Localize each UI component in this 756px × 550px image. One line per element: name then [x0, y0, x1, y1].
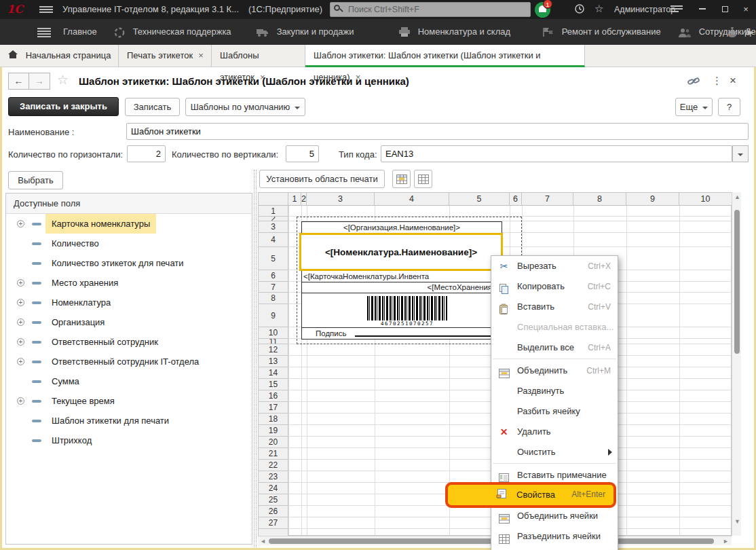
set-print-area-button[interactable]: Установить область печати — [259, 170, 385, 188]
grid-corner-cell[interactable] — [259, 193, 288, 206]
row-header[interactable]: 2 — [259, 217, 288, 221]
row-header[interactable]: 4 — [259, 233, 288, 247]
row-header[interactable]: 17 — [259, 402, 288, 414]
vertical-scrollbar[interactable]: ▲ ▼ — [732, 192, 741, 536]
main-menu-icon[interactable] — [39, 5, 53, 14]
field-item-storage[interactable]: Место хранения — [6, 273, 252, 293]
minimize-button[interactable] — [692, 0, 713, 19]
row-header[interactable]: 9 — [259, 304, 288, 327]
field-item-barcode[interactable]: Штрихкод — [6, 430, 252, 450]
menu-overflow-icon[interactable]: ▶ — [748, 28, 753, 37]
field-item-current-time[interactable]: Текущее время — [6, 391, 252, 411]
column-header[interactable]: 7 — [522, 193, 573, 206]
row-header[interactable]: 24 — [259, 483, 288, 494]
scroll-left-icon[interactable]: ◄ — [260, 538, 266, 545]
save-button[interactable]: Записать — [125, 98, 180, 116]
menu-repair[interactable]: Ремонт и обслуживание — [543, 19, 661, 45]
code-type-dropdown-button[interactable] — [732, 145, 749, 162]
merge-area-button[interactable] — [392, 170, 411, 188]
column-header[interactable]: 1 — [288, 193, 301, 206]
row-header[interactable]: 23 — [259, 471, 288, 483]
tab-label-template-active[interactable]: Шаблон этикетки: Шаблон этикетки (Шаблон… — [305, 45, 585, 67]
menu-main[interactable]: Главное — [63, 19, 97, 45]
service-menu-icon[interactable] — [670, 5, 683, 14]
table-grid-button[interactable] — [414, 170, 432, 188]
column-header[interactable]: 3 — [307, 193, 375, 206]
close-tab-icon[interactable]: × — [198, 50, 204, 60]
template-cell-inventory[interactable]: <[КарточкаНоменклатуры.Инвента — [301, 270, 502, 282]
column-header[interactable]: 4 — [375, 193, 449, 206]
field-item-qty[interactable]: Количество — [6, 234, 252, 253]
column-header[interactable]: 2 — [301, 193, 307, 206]
template-cell-signature[interactable]: Подпись — [301, 327, 502, 340]
field-item-sum[interactable]: Сумма — [6, 371, 252, 391]
row-header[interactable]: 19 — [259, 425, 288, 437]
expand-icon[interactable] — [17, 279, 24, 287]
ctx-paste[interactable]: ВставитьCtrl+V — [491, 297, 618, 317]
field-item-template-print[interactable]: Шаблон этикетки для печати — [6, 411, 252, 430]
notifications-button[interactable]: 1 — [535, 1, 554, 18]
favorites-star-icon[interactable]: ☆ — [594, 3, 603, 15]
code-type-input[interactable]: EAN13 — [381, 145, 732, 162]
column-header[interactable]: 8 — [573, 193, 626, 206]
row-header[interactable]: 1 — [259, 206, 288, 217]
menu-support[interactable]: Техническая поддержка — [114, 19, 231, 45]
field-item-card[interactable]: Карточка номенклатуры — [6, 214, 252, 234]
expand-icon[interactable] — [17, 338, 24, 346]
save-close-button[interactable]: Записать и закрыть — [8, 97, 119, 116]
vertical-scroll-thumb[interactable] — [734, 210, 740, 354]
nav-forward-button[interactable]: → — [29, 73, 50, 90]
row-header[interactable]: 3 — [259, 221, 288, 233]
tab-print-labels[interactable]: Печать этикеток× — [119, 45, 212, 67]
name-input[interactable]: Шаблон этикетки — [126, 123, 749, 140]
field-item-responsible-it[interactable]: Ответственный сотрудник IT-отдела — [6, 352, 252, 371]
ctx-delete[interactable]: ✕ Удалить — [491, 422, 618, 442]
row-header[interactable]: 25 — [259, 494, 288, 506]
ctx-copy[interactable]: КопироватьCtrl+C — [491, 276, 618, 297]
more-button[interactable]: Еще — [675, 98, 713, 116]
get-link-icon[interactable] — [687, 77, 700, 89]
field-item-responsible[interactable]: Ответственный сотрудник — [6, 332, 252, 352]
template-cell-location[interactable]: <[МестоХранения]> — [301, 282, 502, 293]
maximize-button[interactable] — [715, 0, 735, 19]
row-header[interactable]: 22 — [259, 460, 288, 471]
ctx-expand[interactable]: Раздвинуть — [491, 381, 618, 401]
ctx-split-cell[interactable]: Разбить ячейку — [491, 401, 618, 422]
menu-nomenclature[interactable]: Номенклатура и склад — [399, 19, 510, 45]
panel-splitter[interactable] — [254, 170, 257, 547]
row-header[interactable]: 7 — [259, 282, 288, 293]
row-header[interactable]: 11 — [259, 339, 288, 344]
row-header[interactable]: 20 — [259, 437, 288, 448]
column-header[interactable]: 10 — [679, 193, 732, 206]
row-header[interactable]: 5 — [259, 247, 288, 270]
ctx-cut[interactable]: ✂ ВырезатьCtrl+X — [491, 256, 618, 276]
select-field-button[interactable]: Выбрать — [8, 171, 63, 189]
ctx-select-all[interactable]: Выделить всеCtrl+A — [491, 337, 618, 358]
qty-vertical-input[interactable]: 5 — [286, 145, 319, 162]
row-header[interactable]: 8 — [259, 293, 288, 304]
help-button[interactable]: ? — [718, 98, 740, 116]
tab-label-templates[interactable]: Шаблоны этикеток× — [212, 45, 305, 67]
scroll-down-icon[interactable]: ▼ — [734, 518, 740, 525]
row-header[interactable]: 21 — [259, 448, 288, 460]
field-item-qty-labels[interactable]: Количество этикеток для печати — [6, 253, 252, 273]
row-header[interactable]: 16 — [259, 390, 288, 402]
subsystems-icon[interactable] — [37, 19, 51, 45]
more-actions-kebab-icon[interactable]: ⋮ — [712, 75, 722, 87]
template-cell-barcode[interactable]: 4670251070257 — [301, 293, 502, 328]
current-user[interactable]: Администратор — [614, 5, 675, 14]
row-header[interactable]: 27 — [259, 517, 288, 529]
row-header[interactable]: 26 — [259, 506, 288, 517]
row-header[interactable]: 13 — [259, 356, 288, 367]
template-cell-organization[interactable]: <[Организация.Наименование]> — [301, 221, 502, 234]
scroll-up-icon[interactable]: ▲ — [734, 194, 740, 200]
scroll-right-icon[interactable]: ► — [723, 538, 729, 545]
expand-icon[interactable] — [17, 318, 24, 326]
ctx-properties-highlighted[interactable]: Свойства Alt+Enter — [445, 482, 616, 508]
row-header[interactable]: 10 — [259, 327, 288, 339]
close-window-button[interactable]: × — [736, 0, 756, 19]
ctx-clear[interactable]: Очистить — [491, 442, 618, 462]
expand-icon[interactable] — [17, 299, 24, 306]
ctx-merge[interactable]: ОбъединитьCtrl+M — [491, 361, 618, 381]
expand-icon[interactable] — [17, 220, 24, 227]
